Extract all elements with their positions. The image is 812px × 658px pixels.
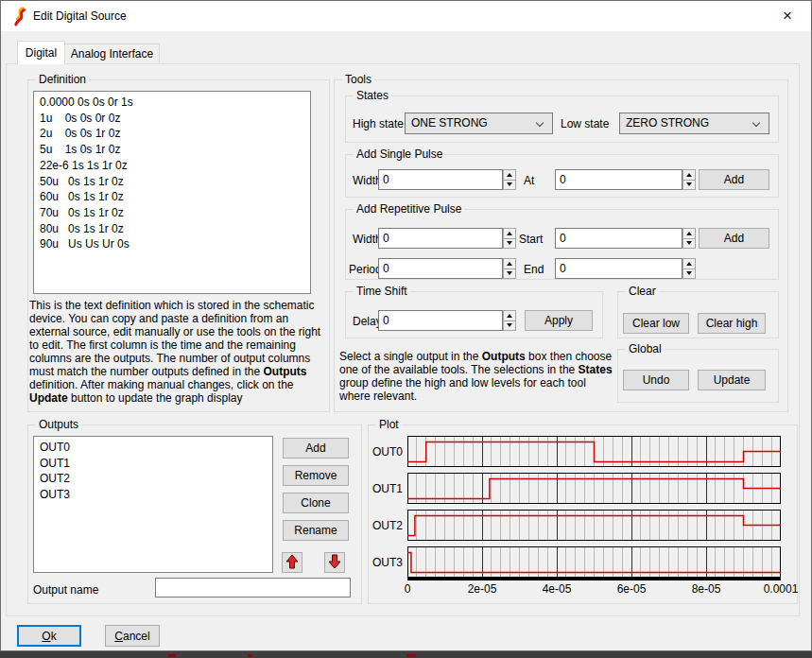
- screen: Edit Digital Source × Analog Interface D…: [0, 0, 812, 658]
- up-triangle-icon: [686, 262, 692, 266]
- up-triangle-icon: [507, 262, 512, 266]
- spin-up-button[interactable]: [682, 258, 696, 269]
- single-at-input[interactable]: [555, 169, 682, 190]
- background-artifact: [248, 654, 252, 657]
- add-single-pulse-label: Add Single Pulse: [354, 147, 445, 161]
- single-at-spinner[interactable]: [682, 169, 696, 190]
- single-add-button[interactable]: Add: [699, 169, 769, 190]
- waveform-strip: [407, 473, 781, 504]
- spin-up-button[interactable]: [503, 169, 516, 181]
- app-logo-icon: [12, 7, 28, 29]
- output-rename-button[interactable]: Rename: [283, 520, 349, 541]
- rep-period-spinner[interactable]: [503, 258, 516, 279]
- output-name-input[interactable]: [155, 578, 351, 597]
- up-triangle-icon: [686, 173, 692, 177]
- x-tick-label: 0.0001: [764, 582, 799, 596]
- titlebar: Edit Digital Source ×: [1, 1, 811, 31]
- rep-start-input[interactable]: [555, 228, 682, 249]
- close-icon[interactable]: ×: [771, 3, 803, 29]
- list-item[interactable]: OUT1: [34, 456, 272, 472]
- down-triangle-icon: [507, 241, 512, 245]
- up-triangle-icon: [686, 232, 692, 235]
- rep-end-input[interactable]: [555, 258, 682, 279]
- rep-width-spinner[interactable]: [503, 228, 516, 249]
- dialog-title: Edit Digital Source: [33, 9, 127, 23]
- spin-down-button[interactable]: [503, 321, 516, 332]
- x-tick-label: 6e-05: [617, 582, 647, 596]
- x-tick-label: 0: [405, 582, 411, 596]
- delay-spinner[interactable]: [503, 310, 516, 331]
- definition-textarea[interactable]: 0.0000 0s 0s 0r 1s 1u 0s 0s 0r 0z 2u 0s …: [33, 91, 311, 294]
- list-item[interactable]: OUT2: [34, 471, 272, 487]
- list-item[interactable]: OUT3: [34, 487, 272, 503]
- edit-digital-source-dialog: Edit Digital Source × Analog Interface D…: [0, 0, 812, 651]
- undo-button[interactable]: Undo: [623, 370, 689, 390]
- background-artifact: [406, 654, 416, 657]
- clear-high-button[interactable]: Clear high: [698, 313, 766, 334]
- up-triangle-icon: [507, 314, 512, 318]
- single-width-spinner[interactable]: [503, 169, 516, 190]
- add-repetitive-pulse-label: Add Repetitive Pulse: [354, 202, 464, 216]
- apply-button[interactable]: Apply: [525, 310, 593, 331]
- plot-series-label: OUT3: [371, 556, 403, 569]
- spin-down-button[interactable]: [503, 269, 516, 280]
- rep-width-input[interactable]: [378, 228, 503, 249]
- rep-end-spinner[interactable]: [682, 258, 696, 279]
- x-tick-label: 4e-05: [543, 582, 572, 596]
- tab-analog-interface[interactable]: Analog Interface: [64, 43, 160, 63]
- spin-down-button[interactable]: [682, 269, 696, 280]
- single-width-input[interactable]: [378, 169, 503, 190]
- x-tick-label: 2e-05: [468, 582, 497, 596]
- plot-x-tick-labels: 02e-054e-056e-058e-050.0001: [407, 582, 781, 596]
- output-remove-button[interactable]: Remove: [283, 465, 349, 486]
- low-state-select[interactable]: ZERO STRONG: [619, 113, 769, 134]
- outputs-group-label: Outputs: [36, 418, 81, 431]
- definition-description: This is the text definition which is sto…: [29, 299, 330, 405]
- delay-input[interactable]: [378, 310, 503, 331]
- down-triangle-icon: [686, 241, 692, 245]
- down-triangle-icon: [507, 323, 512, 327]
- spin-up-button[interactable]: [503, 310, 516, 321]
- rep-add-button[interactable]: Add: [699, 228, 769, 249]
- ok-button[interactable]: Ok: [17, 625, 81, 647]
- plot-series-label: OUT1: [371, 482, 403, 495]
- down-triangle-icon: [686, 182, 692, 186]
- low-state-label: Low state: [561, 117, 609, 130]
- move-down-button[interactable]: [324, 552, 345, 573]
- spin-up-button[interactable]: [682, 228, 696, 239]
- spin-up-button[interactable]: [682, 169, 696, 181]
- time-shift-label: Time Shift: [354, 285, 410, 298]
- cancel-button[interactable]: Cancel: [105, 625, 160, 647]
- plot-strips: OUT0OUT1OUT2OUT3: [371, 436, 781, 583]
- output-name-label: Output name: [33, 583, 98, 597]
- tools-group-label: Tools: [342, 73, 374, 86]
- output-clone-button[interactable]: Clone: [283, 493, 349, 513]
- tab-digital[interactable]: Digital: [17, 41, 65, 64]
- waveform-strip: [407, 436, 781, 467]
- clear-group-label: Clear: [626, 285, 659, 298]
- down-triangle-icon: [507, 182, 512, 186]
- waveform-strip: [407, 546, 781, 578]
- background-artifact: [168, 654, 176, 657]
- down-triangle-icon: [686, 271, 692, 275]
- rep-period-input[interactable]: [378, 258, 503, 279]
- spin-up-button[interactable]: [503, 228, 516, 239]
- clear-low-button[interactable]: Clear low: [623, 313, 689, 334]
- spin-down-button[interactable]: [503, 239, 516, 250]
- list-item[interactable]: OUT0: [34, 440, 272, 456]
- spin-down-button[interactable]: [682, 239, 696, 250]
- x-tick-label: 8e-05: [692, 582, 721, 596]
- high-state-select[interactable]: ONE STRONG: [405, 113, 553, 134]
- update-button[interactable]: Update: [698, 370, 766, 390]
- spin-down-button[interactable]: [682, 181, 696, 191]
- output-add-button[interactable]: Add: [283, 438, 349, 459]
- single-at-label: At: [524, 174, 534, 187]
- rep-start-spinner[interactable]: [682, 228, 696, 249]
- spin-up-button[interactable]: [503, 258, 516, 269]
- move-up-button[interactable]: [282, 552, 302, 573]
- high-state-label: High state: [353, 117, 404, 130]
- outputs-listbox[interactable]: OUT0OUT1OUT2OUT3: [33, 436, 273, 573]
- plot-series-label: OUT0: [371, 445, 403, 459]
- spin-down-button[interactable]: [503, 181, 516, 191]
- down-arrow-icon: [328, 554, 341, 572]
